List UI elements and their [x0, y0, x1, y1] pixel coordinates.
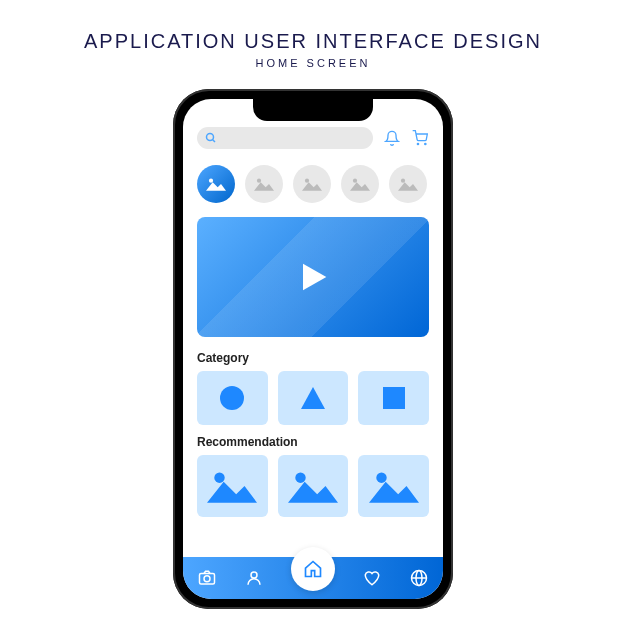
square-icon [382, 386, 406, 410]
story-item[interactable] [341, 165, 379, 203]
image-icon [254, 177, 274, 191]
nav-favorites[interactable] [362, 568, 382, 588]
play-icon [293, 257, 333, 297]
featured-video[interactable] [197, 217, 429, 337]
nav-camera[interactable] [197, 568, 217, 588]
svg-point-9 [220, 386, 244, 410]
bell-icon [384, 130, 400, 146]
notifications-button[interactable] [383, 129, 401, 147]
nav-profile[interactable] [244, 568, 264, 588]
svg-line-1 [213, 140, 216, 143]
recommendation-item[interactable] [278, 455, 349, 517]
image-icon [302, 177, 322, 191]
story-item[interactable] [389, 165, 427, 203]
image-icon [207, 468, 257, 504]
image-icon [206, 177, 226, 191]
svg-point-12 [295, 472, 305, 482]
stories-row [183, 159, 443, 209]
story-item[interactable] [197, 165, 235, 203]
page-title: APPLICATION USER INTERFACE DESIGN [84, 30, 542, 53]
circle-icon [219, 385, 245, 411]
svg-point-15 [204, 576, 210, 582]
svg-point-2 [417, 143, 418, 144]
svg-point-8 [401, 179, 405, 183]
recommendation-item[interactable] [358, 455, 429, 517]
screen: Category Recommendation [183, 99, 443, 599]
cart-button[interactable] [411, 129, 429, 147]
cart-icon [412, 130, 428, 146]
phone-notch [253, 99, 373, 121]
recommendation-row [183, 453, 443, 519]
image-icon [398, 177, 418, 191]
phone-frame: Category Recommendation [173, 89, 453, 609]
story-item[interactable] [245, 165, 283, 203]
svg-point-13 [376, 472, 386, 482]
recommendation-item[interactable] [197, 455, 268, 517]
category-item[interactable] [278, 371, 349, 425]
svg-rect-10 [383, 387, 405, 409]
user-icon [245, 569, 263, 587]
image-icon [350, 177, 370, 191]
page-subtitle: HOME SCREEN [256, 57, 371, 69]
triangle-icon [299, 385, 327, 411]
recommendation-heading: Recommendation [183, 429, 443, 453]
camera-icon [198, 569, 216, 587]
svg-point-7 [353, 179, 357, 183]
nav-home[interactable] [291, 547, 335, 591]
category-heading: Category [183, 345, 443, 369]
svg-point-5 [257, 179, 261, 183]
nav-globe[interactable] [409, 568, 429, 588]
category-row [183, 369, 443, 429]
svg-point-3 [425, 143, 426, 144]
image-icon [369, 468, 419, 504]
svg-point-0 [207, 134, 214, 141]
story-item[interactable] [293, 165, 331, 203]
heart-icon [363, 569, 381, 587]
svg-point-11 [215, 472, 225, 482]
category-item[interactable] [197, 371, 268, 425]
image-icon [288, 468, 338, 504]
svg-point-6 [305, 179, 309, 183]
home-icon [303, 559, 323, 579]
svg-point-16 [251, 572, 257, 578]
search-input[interactable] [197, 127, 373, 149]
svg-point-4 [209, 179, 213, 183]
search-icon [205, 132, 217, 144]
bottom-nav [183, 557, 443, 599]
category-item[interactable] [358, 371, 429, 425]
globe-icon [410, 569, 428, 587]
